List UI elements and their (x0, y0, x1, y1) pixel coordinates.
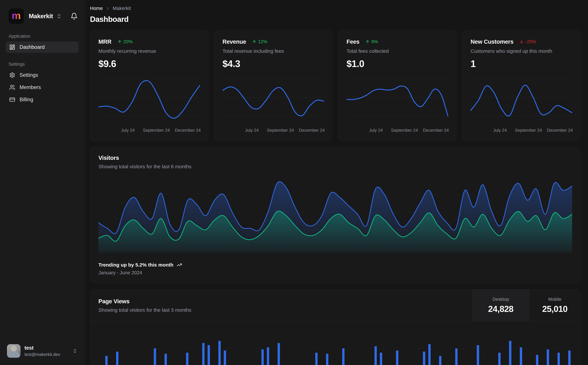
page-views-title: Page Views (98, 298, 464, 305)
arrow-down-icon (519, 40, 524, 44)
sidebar-item-label: Members (20, 84, 41, 90)
workspace-switcher[interactable]: m Makerkit (6, 8, 79, 24)
axis-tick: December 24 (175, 128, 201, 133)
x-axis-ticks: July 24 September 24 December 24 (346, 128, 448, 135)
nav-section-settings: Settings (6, 62, 79, 67)
sidebar-item-billing[interactable]: Billing (6, 94, 79, 105)
page-views-bar-chart (98, 321, 572, 365)
tab-label: Desktop (492, 297, 509, 302)
stat-title: MRR (98, 38, 111, 45)
stat-title: Fees (346, 38, 360, 45)
axis-tick: July 24 (493, 128, 507, 133)
stat-value: 1 (470, 58, 572, 69)
stat-cards-row: MRR 20% Monthly recurring revenue $9.6 J… (90, 30, 581, 141)
stat-subtitle: Monthly recurring revenue (98, 48, 200, 54)
trend-value: 9% (371, 39, 378, 44)
axis-tick: December 24 (299, 128, 325, 133)
logo-letter: m (12, 10, 21, 21)
user-email: test@makerkit.dev (24, 352, 60, 357)
trend-badge: 9% (365, 39, 378, 44)
stat-card-mrr: MRR 20% Monthly recurring revenue $9.6 J… (90, 30, 208, 141)
trend-badge: -25% (519, 39, 536, 44)
stat-subtitle: Total fees collected (346, 48, 448, 54)
trend-value: 12% (258, 39, 267, 44)
new-customers-sparkline-chart (470, 76, 572, 125)
axis-tick: September 24 (515, 128, 542, 133)
x-axis-ticks: July 24 September 24 December 24 (222, 128, 324, 135)
visitors-card: Visitors Showing total visitors for the … (90, 147, 581, 283)
tab-mobile[interactable]: Mobile 25,010 (529, 289, 580, 321)
user-menu[interactable]: test test@makerkit.dev (6, 343, 79, 359)
x-axis-ticks: July 24 September 24 December 24 (470, 128, 572, 135)
notifications-bell-icon[interactable] (70, 13, 78, 20)
trend-badge: 20% (118, 39, 133, 44)
sidebar-item-label: Settings (20, 72, 38, 78)
tab-value: 25,010 (542, 304, 567, 314)
stat-title: New Customers (470, 38, 513, 45)
chevron-right-icon (105, 6, 110, 11)
workspace-name: Makerkit (29, 13, 53, 20)
axis-tick: July 24 (121, 128, 135, 133)
breadcrumb-current: Makerkit (113, 6, 131, 11)
sidebar: m Makerkit Application Dashboard Setting… (0, 0, 84, 365)
stat-value: $9.6 (98, 58, 200, 69)
main-content: Home Makerkit Dashboard MRR 20% Monthly … (84, 0, 588, 365)
credit-card-icon (9, 97, 15, 103)
makerkit-logo: m (8, 8, 24, 24)
tab-label: Mobile (548, 297, 561, 302)
gear-icon (9, 72, 15, 78)
axis-tick: September 24 (391, 128, 418, 133)
axis-tick: July 24 (369, 128, 383, 133)
stat-title: Revenue (222, 38, 246, 45)
breadcrumb-home-link[interactable]: Home (90, 6, 103, 11)
tab-value: 24,828 (488, 304, 513, 314)
users-icon (9, 84, 15, 90)
visitors-date-range: January - June 2024 (98, 270, 572, 275)
user-name: test (24, 345, 60, 351)
visitors-area-chart (98, 178, 572, 253)
stat-card-revenue: Revenue 12% Total revenue including fees… (214, 30, 332, 141)
axis-tick: July 24 (245, 128, 259, 133)
page-views-card: Page Views Showing total visitors for th… (90, 289, 581, 365)
visitors-trend-text: Trending up by 5.2% this month (98, 262, 173, 268)
page-views-subtitle: Showing total visitors for the last 3 mo… (98, 307, 464, 313)
trend-badge: 12% (252, 39, 267, 44)
trend-value: 20% (123, 39, 133, 44)
mrr-sparkline-chart (98, 76, 200, 125)
stat-subtitle: Total revenue including fees (222, 48, 324, 54)
sidebar-item-members[interactable]: Members (6, 82, 79, 93)
arrow-up-icon (252, 40, 256, 44)
sidebar-item-label: Billing (20, 97, 33, 103)
axis-tick: December 24 (547, 128, 573, 133)
x-axis-ticks: July 24 September 24 December 24 (98, 128, 200, 135)
tab-desktop[interactable]: Desktop 24,828 (472, 289, 529, 321)
stat-card-fees: Fees 9% Total fees collected $1.0 July 2… (338, 30, 457, 141)
axis-tick: September 24 (143, 128, 170, 133)
fees-sparkline-chart (346, 76, 448, 125)
user-avatar (7, 344, 21, 358)
arrow-up-icon (118, 40, 122, 44)
stat-subtitle: Customers who signed up this month (470, 48, 572, 54)
stat-card-new-customers: New Customers -25% Customers who signed … (462, 30, 581, 141)
nav-section-application: Application (6, 34, 79, 39)
chevrons-up-down-icon (56, 14, 62, 19)
dashboard-grid-icon (9, 44, 15, 50)
trend-value: -25% (525, 39, 536, 44)
page-views-toggle: Desktop 24,828 Mobile 25,010 (472, 289, 580, 321)
arrow-up-icon (365, 40, 370, 44)
revenue-sparkline-chart (222, 76, 324, 125)
axis-tick: September 24 (267, 128, 294, 133)
stat-value: $4.3 (222, 58, 324, 69)
trending-up-icon (177, 262, 182, 267)
stat-value: $1.0 (346, 58, 448, 69)
page-title: Dashboard (90, 15, 581, 24)
sidebar-item-dashboard[interactable]: Dashboard (6, 42, 79, 53)
sidebar-item-settings[interactable]: Settings (6, 70, 79, 81)
chevrons-up-down-icon (72, 348, 77, 353)
axis-tick: December 24 (423, 128, 449, 133)
visitors-subtitle: Showing total visitors for the last 6 mo… (98, 164, 572, 169)
sidebar-item-label: Dashboard (20, 44, 45, 50)
breadcrumb: Home Makerkit (90, 6, 581, 11)
visitors-title: Visitors (98, 154, 572, 161)
